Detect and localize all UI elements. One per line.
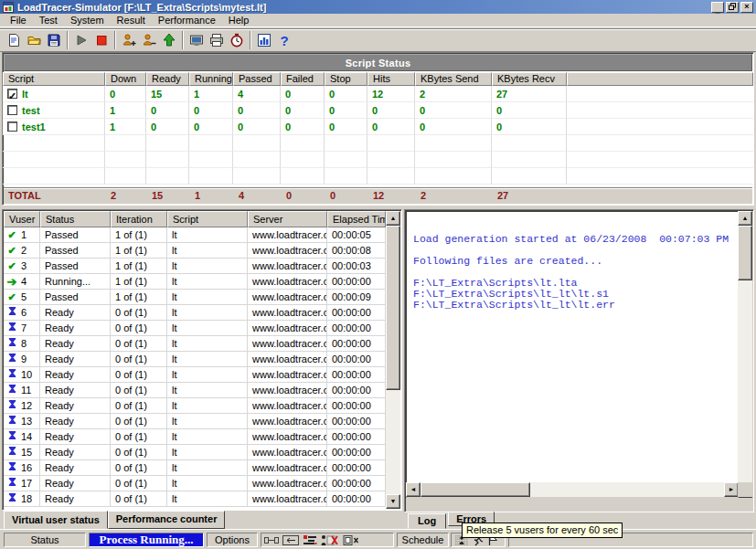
vuser-row[interactable]: ✔ ➔ 4 Running... 1 of (1) lt www.loadtra… <box>4 274 386 290</box>
script-checkbox[interactable] <box>7 89 17 99</box>
script-name: test1 <box>22 119 46 135</box>
vuser-row[interactable]: ✔ ➔ 17 Ready 0 of (1) lt www.loadtracer.… <box>4 476 386 491</box>
timer-button[interactable] <box>227 30 247 50</box>
column-header-ready[interactable]: Ready <box>146 72 189 86</box>
passed-check-icon: ✔ <box>6 290 17 305</box>
column-header-vuser[interactable]: Vuser <box>4 211 40 227</box>
scroll-up-icon[interactable]: ▲ <box>738 211 752 226</box>
vuser-row[interactable]: ✔ ➔ 11 Ready 0 of (1) lt www.loadtracer.… <box>4 383 386 398</box>
kbytes-recv-value: 27 <box>492 86 567 102</box>
vuser-status: Ready <box>40 398 111 414</box>
log-vertical-scrollbar[interactable]: ▲ ▼ <box>738 211 752 498</box>
log-panel: Load generation started at 06/23/2008 00… <box>404 209 754 512</box>
column-header-hits[interactable]: Hits <box>367 72 415 86</box>
column-header-status[interactable]: Status <box>40 211 111 227</box>
vuser-iteration: 0 of (1) <box>111 367 167 383</box>
vuser-row[interactable]: ✔ ➔ 8 Ready 0 of (1) lt www.loadtracer.c… <box>4 336 386 352</box>
menu-item[interactable]: File <box>4 14 33 26</box>
scroll-right-icon[interactable]: ► <box>724 482 739 497</box>
tab-performance-counter[interactable]: Performance counter <box>108 511 226 529</box>
scrollbar-track[interactable] <box>738 226 752 483</box>
vuser-scrollbar[interactable]: ▲ ▼ <box>386 211 400 509</box>
column-header-script[interactable]: Script <box>167 211 248 227</box>
stop-test-button[interactable] <box>91 30 112 50</box>
ready-value: 0 <box>146 119 189 135</box>
scroll-left-icon[interactable]: ◄ <box>406 482 421 497</box>
vuser-row[interactable]: ✔ ➔ 16 Ready 0 of (1) lt www.loadtracer.… <box>4 460 386 476</box>
vuser-row[interactable]: ✔ ➔ 7 Ready 0 of (1) lt www.loadtracer.c… <box>4 321 386 336</box>
column-header-passed[interactable]: Passed <box>233 72 281 86</box>
tab-log[interactable]: Log <box>408 513 446 529</box>
print-button[interactable] <box>207 30 227 50</box>
run-test-button[interactable] <box>71 30 91 50</box>
vuser-row[interactable]: ✔ ➔ 2 Passed 1 of (1) lt www.loadtracer.… <box>4 243 386 259</box>
vuser-script: lt <box>167 476 248 491</box>
vuser-row[interactable]: ✔ ➔ 14 Ready 0 of (1) lt www.loadtracer.… <box>4 429 386 445</box>
vuser-id: 8 <box>21 336 27 352</box>
column-header-running[interactable]: Running <box>189 72 233 86</box>
monitor-button[interactable] <box>186 30 207 50</box>
log-horizontal-scrollbar[interactable]: ◄ ► <box>406 482 739 497</box>
vuser-server: www.loadtracer.c... <box>248 290 327 305</box>
vuser-iteration: 0 of (1) <box>111 383 167 398</box>
add-vuser-button[interactable] <box>119 30 139 50</box>
vuser-iteration: 0 of (1) <box>111 460 167 476</box>
scrollbar-thumb[interactable] <box>421 482 530 497</box>
log-view[interactable]: Load generation started at 06/23/2008 00… <box>406 211 739 498</box>
scroll-down-icon[interactable]: ▼ <box>386 494 400 509</box>
empty-row <box>3 152 753 168</box>
vuser-row[interactable]: ✔ ➔ 18 Ready 0 of (1) lt www.loadtracer.… <box>4 491 386 507</box>
column-header-failed[interactable]: Failed <box>281 72 325 86</box>
vuser-row[interactable]: ✔ ➔ 12 Ready 0 of (1) lt www.loadtracer.… <box>4 398 386 414</box>
column-header-server[interactable]: Server <box>248 211 327 227</box>
menu-item[interactable]: System <box>64 14 111 26</box>
vuser-row[interactable]: ✔ ➔ 9 Ready 0 of (1) lt www.loadtracer.c… <box>4 352 386 367</box>
new-script-button[interactable] <box>4 30 24 50</box>
menu-item[interactable]: Result <box>111 14 152 26</box>
vuser-script: lt <box>167 352 248 367</box>
release-vuser-button[interactable] <box>159 30 179 50</box>
vuser-row[interactable]: ✔ ➔ 6 Ready 0 of (1) lt www.loadtracer.c… <box>4 305 386 321</box>
close-button[interactable]: × <box>740 2 753 13</box>
restore-button[interactable] <box>726 2 739 13</box>
column-header-kbytes-recv[interactable]: KBytes Recv <box>492 72 567 86</box>
report-chart-button[interactable] <box>254 30 274 50</box>
script-row[interactable]: lt 0 15 1 4 0 0 12 2 27 <box>3 86 753 102</box>
script-checkbox[interactable] <box>7 105 17 115</box>
column-header-stop[interactable]: Stop <box>325 72 367 86</box>
menu-item[interactable]: Performance <box>152 14 222 26</box>
title-bar[interactable]: LoadTracer-Simulator [F:\LT_Extra\Script… <box>0 0 756 14</box>
vuser-elapsed: 00:00:09 <box>327 290 386 305</box>
scrollbar-track[interactable] <box>421 482 724 497</box>
column-header-kbytes-send[interactable]: KBytes Send <box>415 72 492 86</box>
stop-value: 0 <box>325 102 367 119</box>
menu-item[interactable]: Test <box>33 14 64 26</box>
vuser-row[interactable]: ✔ ➔ 1 Passed 1 of (1) lt www.loadtracer.… <box>4 227 386 243</box>
script-row[interactable]: test1 1 0 0 0 0 0 0 0 0 <box>3 119 753 135</box>
column-header-iteration[interactable]: Iteration <box>111 211 167 227</box>
remove-vuser-button[interactable] <box>139 30 159 50</box>
save-script-button[interactable] <box>44 30 64 50</box>
scrollbar-thumb[interactable] <box>738 226 752 280</box>
column-header-down[interactable]: Down <box>105 72 146 86</box>
process-running-indicator: Process Running... <box>89 533 204 547</box>
vuser-elapsed: 00:00:00 <box>327 398 386 414</box>
open-script-button[interactable] <box>24 30 44 50</box>
scrollbar-track[interactable] <box>386 226 400 494</box>
vuser-row[interactable]: ✔ ➔ 3 Passed 1 of (1) lt www.loadtracer.… <box>4 259 386 274</box>
scrollbar-thumb[interactable] <box>386 226 400 390</box>
tab-virtual-user-status[interactable]: Virtual user status <box>4 511 108 529</box>
vuser-elapsed: 00:00:08 <box>327 243 386 259</box>
scroll-up-icon[interactable]: ▲ <box>386 211 400 226</box>
help-button[interactable]: ? <box>274 30 294 50</box>
vuser-row[interactable]: ✔ ➔ 13 Ready 0 of (1) lt www.loadtracer.… <box>4 414 386 429</box>
script-row[interactable]: test 1 0 0 0 0 0 0 0 0 <box>3 102 753 119</box>
vuser-row[interactable]: ✔ ➔ 15 Ready 0 of (1) lt www.loadtracer.… <box>4 445 386 460</box>
menu-item[interactable]: Help <box>222 14 256 26</box>
vuser-row[interactable]: ✔ ➔ 5 Passed 1 of (1) lt www.loadtracer.… <box>4 290 386 305</box>
script-checkbox[interactable] <box>7 121 17 132</box>
column-header-script[interactable]: Script <box>3 72 105 86</box>
column-header-elapsed-time[interactable]: Elapsed Time <box>327 211 386 227</box>
minimize-button[interactable]: _ <box>711 2 724 13</box>
vuser-row[interactable]: ✔ ➔ 10 Ready 0 of (1) lt www.loadtracer.… <box>4 367 386 383</box>
